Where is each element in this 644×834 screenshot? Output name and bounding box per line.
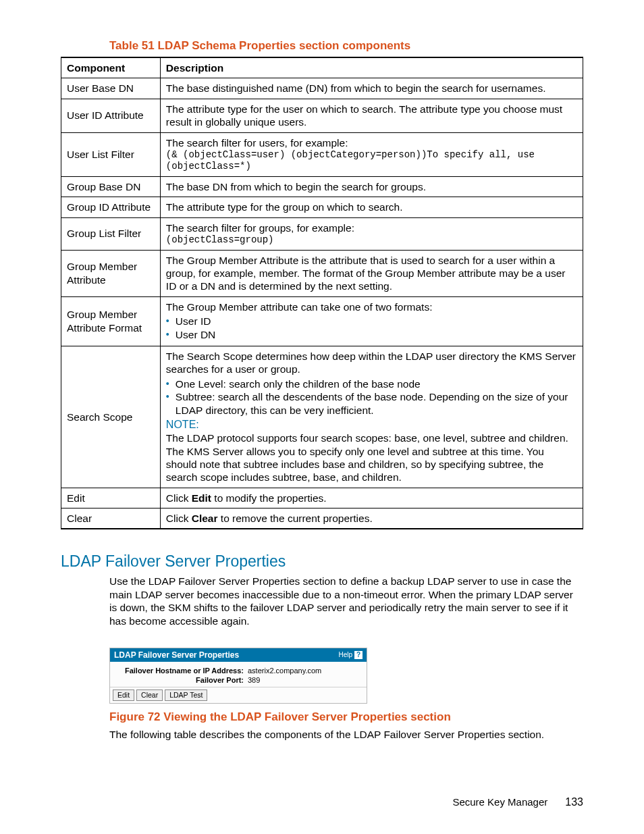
cell-component: Clear xyxy=(61,509,161,529)
list-item: User ID xyxy=(176,315,577,328)
table-row: Search Scope The Search Scope determines… xyxy=(61,346,583,488)
table-row: User Base DN The base distinguished name… xyxy=(61,78,583,99)
failover-hostname-value: asterix2.company.com xyxy=(248,667,361,675)
cell-description: The search filter for users, for example… xyxy=(160,132,583,176)
cell-description: The search filter for groups, for exampl… xyxy=(160,217,583,250)
cell-description: The Group Member Attribute is the attrib… xyxy=(160,250,583,296)
cell-component: Group Base DN xyxy=(61,176,161,197)
page-footer: Secure Key Manager 133 xyxy=(452,796,583,808)
panel-title: LDAP Failover Server Properties xyxy=(114,650,239,660)
section-body: Use the LDAP Failover Server Properties … xyxy=(109,575,583,627)
ldap-test-button[interactable]: LDAP Test xyxy=(165,689,207,701)
table-row: Group Member Attribute Format The Group … xyxy=(61,296,583,346)
edit-button[interactable]: Edit xyxy=(113,689,134,701)
table-row: Group List Filter The search filter for … xyxy=(61,217,583,250)
cell-component: Group ID Attribute xyxy=(61,197,161,217)
cell-component: Group Member Attribute Format xyxy=(61,296,161,346)
cell-description: Click Clear to remove the current proper… xyxy=(160,509,583,529)
cell-component: Search Scope xyxy=(61,346,161,488)
ldap-schema-table: Component Description User Base DN The b… xyxy=(61,57,583,529)
failover-port-value: 389 xyxy=(248,676,361,684)
cell-component: User List Filter xyxy=(61,132,161,176)
table-row: Group Base DN The base DN from which to … xyxy=(61,176,583,197)
ldap-failover-panel: LDAP Failover Server Properties Help ? F… xyxy=(109,648,367,704)
note-label: NOTE: xyxy=(166,418,577,432)
cell-description: The Search Scope determines how deep wit… xyxy=(160,346,583,488)
help-icon: ? xyxy=(354,651,363,659)
note-body: The LDAP protocol supports four search s… xyxy=(166,432,577,484)
list-item: One Level: search only the children of t… xyxy=(176,377,577,391)
table-row: Group Member Attribute The Group Member … xyxy=(61,250,583,296)
cell-component: Edit xyxy=(61,488,161,508)
cell-component: Group Member Attribute xyxy=(61,250,161,296)
cell-description: The attribute type for the user on which… xyxy=(160,99,583,132)
table-row: User List Filter The search filter for u… xyxy=(61,132,583,176)
th-description: Description xyxy=(160,57,583,78)
table-row: Group ID Attribute The attribute type fo… xyxy=(61,197,583,217)
cell-description: The base distinguished name (DN) from wh… xyxy=(160,78,583,99)
cell-description: The Group Member attribute can take one … xyxy=(160,296,583,346)
table-row: User ID Attribute The attribute type for… xyxy=(61,99,583,132)
cell-component: User ID Attribute xyxy=(61,99,161,132)
list-item: User DN xyxy=(176,328,577,342)
footer-page-number: 133 xyxy=(565,796,583,808)
section-heading: LDAP Failover Server Properties xyxy=(61,552,583,571)
list-item: Subtree: search all the descendents of t… xyxy=(176,390,577,417)
footer-doc-title: Secure Key Manager xyxy=(452,796,547,808)
failover-hostname-label: Failover Hostname or IP Address: xyxy=(115,667,248,675)
th-component: Component xyxy=(61,57,161,78)
post-figure-text: The following table describes the compon… xyxy=(109,728,583,741)
table-caption: Table 51 LDAP Schema Properties section … xyxy=(109,39,583,53)
failover-port-label: Failover Port: xyxy=(115,676,248,684)
clear-button[interactable]: Clear xyxy=(136,689,163,701)
table-row: Edit Click Edit to modify the properties… xyxy=(61,488,583,508)
cell-description: The base DN from which to begin the sear… xyxy=(160,176,583,197)
cell-component: Group List Filter xyxy=(61,217,161,250)
cell-description: The attribute type for the group on whic… xyxy=(160,197,583,217)
panel-titlebar: LDAP Failover Server Properties Help ? xyxy=(110,648,367,662)
help-link[interactable]: Help ? xyxy=(338,651,363,659)
figure-caption: Figure 72 Viewing the LDAP Failover Serv… xyxy=(109,710,583,724)
cell-description: Click Edit to modify the properties. xyxy=(160,488,583,508)
cell-component: User Base DN xyxy=(61,78,161,99)
table-row: Clear Click Clear to remove the current … xyxy=(61,509,583,529)
